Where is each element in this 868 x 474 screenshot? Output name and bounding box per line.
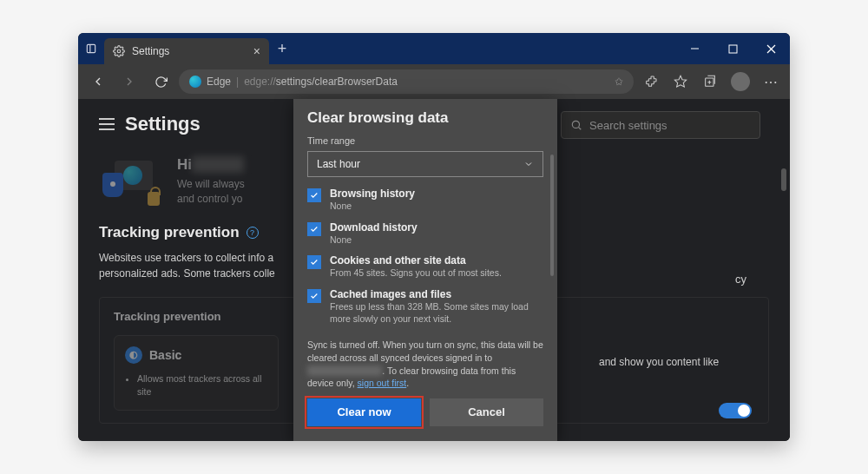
read-icon[interactable]: ✩: [615, 76, 623, 88]
avatar[interactable]: [731, 72, 750, 91]
forward-button[interactable]: [116, 69, 142, 95]
check-cache[interactable]: Cached images and filesFrees up less tha…: [307, 288, 543, 325]
gear-icon: [113, 45, 125, 57]
svg-line-12: [579, 128, 582, 130]
check-download-history[interactable]: Download historyNone: [307, 221, 543, 247]
close-icon[interactable]: ×: [253, 44, 260, 58]
refresh-button[interactable]: [148, 69, 174, 95]
address-scheme: Edge: [207, 76, 231, 88]
time-range-select[interactable]: Last hour: [307, 151, 543, 177]
svg-rect-4: [729, 45, 737, 53]
check-cookies[interactable]: Cookies and other site dataFrom 45 sites…: [307, 254, 543, 280]
info-icon[interactable]: ?: [247, 227, 259, 239]
tracking-prevention-heading: Tracking prevention: [99, 224, 240, 241]
back-button[interactable]: [85, 69, 111, 95]
check-browsing-history[interactable]: Browsing historyNone: [307, 188, 543, 213]
address-bar[interactable]: Edge | edge://settings/clearBrowserData …: [179, 69, 634, 94]
tab-title: Settings: [132, 45, 247, 57]
dialog-scrollbar[interactable]: [550, 155, 554, 276]
toolbar: Edge | edge://settings/clearBrowserData …: [78, 64, 790, 99]
checkbox-icon[interactable]: [307, 255, 321, 269]
dialog-title: Clear browsing data: [307, 109, 543, 127]
search-input[interactable]: Search settings: [561, 111, 760, 139]
titlebar: Settings × +: [78, 33, 790, 64]
new-tab-button[interactable]: +: [269, 40, 295, 58]
svg-point-11: [572, 121, 579, 128]
clear-browsing-data-dialog: Clear browsing data Time range Last hour…: [293, 99, 557, 441]
more-icon[interactable]: ⋯: [759, 69, 783, 94]
menu-icon[interactable]: [99, 118, 115, 130]
checkbox-icon[interactable]: [307, 222, 321, 236]
page-title: Settings: [125, 113, 201, 135]
collections-icon[interactable]: [698, 69, 722, 94]
favorites-icon[interactable]: [668, 69, 693, 94]
tab-settings[interactable]: Settings ×: [104, 38, 269, 64]
address-url: edge://settings/clearBrowserData: [244, 76, 398, 88]
scrollbar[interactable]: [781, 168, 786, 191]
tracking-card-basic[interactable]: ◐Basic Allows most trackers across all s…: [114, 335, 279, 411]
checkbox-icon[interactable]: [307, 188, 321, 202]
search-icon: [570, 119, 582, 131]
privacy-illustration: [102, 157, 163, 206]
maximize-button[interactable]: [713, 33, 752, 64]
sync-note: Sync is turned off. When you turn on syn…: [307, 339, 543, 390]
svg-marker-7: [674, 76, 686, 87]
checkbox-icon[interactable]: [307, 289, 321, 303]
sign-out-link[interactable]: sign out first: [358, 378, 407, 388]
privacy-text-fragment: cy: [735, 273, 746, 286]
svg-rect-0: [87, 44, 95, 52]
minimize-button[interactable]: [675, 33, 713, 64]
basic-icon: ◐: [125, 346, 142, 364]
tab-strip: Settings × +: [78, 33, 295, 64]
cancel-button[interactable]: Cancel: [430, 398, 543, 426]
svg-point-2: [117, 49, 121, 53]
edge-icon: [189, 76, 201, 88]
extensions-icon[interactable]: [639, 69, 663, 94]
data-type-list: Browsing historyNone Download historyNon…: [307, 188, 543, 333]
time-range-label: Time range: [307, 135, 543, 146]
tab-actions-icon[interactable]: [78, 33, 104, 64]
window-controls: [675, 33, 790, 64]
browser-window: Settings × + Edge | edge://settings/clea…: [78, 33, 790, 441]
chevron-down-icon: [523, 159, 534, 169]
close-window-button[interactable]: [752, 33, 790, 64]
clear-now-button[interactable]: Clear now: [307, 398, 421, 426]
